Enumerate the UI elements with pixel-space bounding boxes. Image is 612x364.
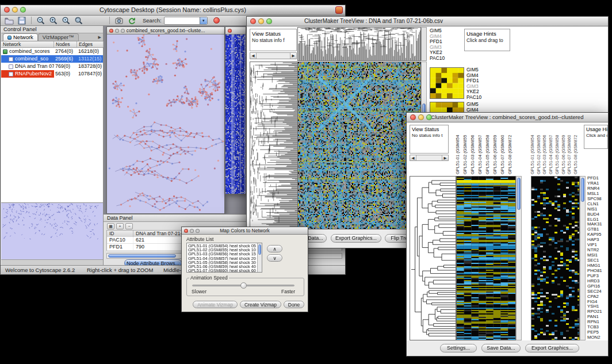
search-combobox[interactable]: ▾ xyxy=(164,17,208,25)
scroll-track[interactable] xyxy=(416,155,442,160)
gene-label[interactable]: PHO81 xyxy=(587,269,609,274)
dialog-titlebar[interactable]: Map Colors to Network xyxy=(182,227,308,235)
array-column-label[interactable]: GPL51-06 (GSM859 xyxy=(492,124,499,174)
network-row[interactable]: combined_scores2764(0)16218(0) xyxy=(1,48,103,55)
network-view-2-titlebar[interactable] xyxy=(225,27,246,35)
network-canvas-2[interactable] xyxy=(225,35,246,194)
network-overview-canvas[interactable] xyxy=(1,203,102,259)
gene-label[interactable]: MON2 xyxy=(587,335,609,340)
gene-label[interactable]: PAC10 xyxy=(430,56,445,62)
create-vizmap-button[interactable]: Create Vizmap xyxy=(240,301,281,308)
secondary-heatmap-canvas[interactable] xyxy=(531,177,579,340)
gene-label[interactable]: PFD1 xyxy=(587,176,609,181)
minimize-button[interactable] xyxy=(190,229,194,233)
attribute-select-icon[interactable]: ▦ xyxy=(107,223,114,229)
tab-network[interactable]: Network xyxy=(3,33,38,41)
slider-thumb[interactable] xyxy=(240,282,247,289)
gene-label[interactable]: TCB3 xyxy=(587,325,609,330)
gene-label[interactable]: PUF3 xyxy=(587,274,609,279)
open-session-icon[interactable] xyxy=(4,16,14,25)
global-hscrollbar[interactable]: ◀ ▶ xyxy=(250,52,297,59)
correlation-matrix-canvas[interactable] xyxy=(430,68,464,98)
close-button[interactable] xyxy=(410,114,416,120)
gene-label[interactable]: NTR2 xyxy=(587,248,609,253)
gene-label[interactable]: RNR4 xyxy=(587,186,609,191)
scroll-right-icon[interactable]: ▶ xyxy=(290,53,296,59)
gene-label[interactable]: NIS1 xyxy=(587,207,609,212)
column-header-network[interactable]: Network xyxy=(1,41,54,47)
gene-label[interactable]: CPA2 xyxy=(587,294,609,300)
secondary-heatmap[interactable] xyxy=(531,176,580,340)
array-column-label[interactable]: GPL51-05 (GSM858 xyxy=(554,124,561,174)
settings-button[interactable]: Settings... xyxy=(440,344,477,352)
minimize-button[interactable] xyxy=(258,18,264,24)
column-header-nodes[interactable]: Nodes xyxy=(54,41,77,47)
column-header-id[interactable]: ID xyxy=(107,231,133,237)
gene-label[interactable]: HRD3 xyxy=(587,279,609,284)
gene-label[interactable]: KAP95 xyxy=(587,232,609,237)
network-row[interactable]: RNAPuberNov2563(0)107847(0) xyxy=(1,70,103,78)
network-view-titlebar[interactable]: combined_scores_good.txt--cluste... xyxy=(107,27,224,35)
attribute-item[interactable]: GPL51-06 (GSM859) heat shock 40 min xyxy=(187,265,257,269)
attribute-list[interactable]: GPL51-01 (GSM854) heat shock 05 minGPL51… xyxy=(186,243,262,273)
column-dendrogram[interactable] xyxy=(297,27,421,61)
heatmap-canvas[interactable] xyxy=(457,177,515,340)
gene-label[interactable]: SPC98 xyxy=(587,197,609,202)
scroll-track[interactable] xyxy=(257,53,290,59)
gene-label[interactable]: PEP5 xyxy=(587,330,609,335)
global-hscrollbar[interactable]: ◀ ▶ xyxy=(410,155,449,161)
snapshot-icon[interactable] xyxy=(114,16,124,25)
attribute-item[interactable]: GPL51-03 (GSM856) heat shock 15 min xyxy=(187,252,257,256)
close-button[interactable] xyxy=(4,7,10,13)
network-canvas[interactable] xyxy=(107,35,224,213)
array-column-label[interactable]: GPL51-03 (GSM856 xyxy=(470,124,477,174)
row-dendrogram-canvas[interactable] xyxy=(410,177,456,340)
column-header-edges[interactable]: Edges xyxy=(77,41,104,47)
gene-label[interactable]: GPI16 xyxy=(587,284,609,289)
animation-speed-slider[interactable] xyxy=(192,285,294,286)
network-row[interactable]: DNA and Tran 07769(0)183728(0) xyxy=(1,63,103,70)
array-column-label[interactable]: GPL51-07 (GSM860 xyxy=(500,124,507,174)
gene-label[interactable]: MSI1 xyxy=(587,253,609,258)
gene-label[interactable]: RPO21 xyxy=(587,309,609,315)
gene-label[interactable]: YSH1 xyxy=(587,304,609,309)
zoom-window-button[interactable] xyxy=(20,7,26,13)
scroll-left-icon[interactable]: ◀ xyxy=(250,53,257,59)
array-column-label[interactable]: GPL51-08 (GSM872 xyxy=(573,124,580,174)
gene-label[interactable]: SEC24 xyxy=(587,289,609,294)
zoom-out-icon[interactable] xyxy=(36,16,46,25)
gene-label[interactable]: RPN1 xyxy=(587,320,609,325)
gene-label[interactable]: ELG1 xyxy=(587,217,609,223)
gene-label[interactable]: PAN1 xyxy=(587,315,609,320)
zoom-window-button[interactable] xyxy=(426,114,432,120)
network-view-window-2[interactable] xyxy=(225,26,246,194)
treeview-dna-titlebar[interactable]: ClusterMaker TreeView : DNA and Tran 07-… xyxy=(247,17,608,26)
close-button[interactable] xyxy=(228,29,232,33)
gene-label[interactable]: MAK31 xyxy=(587,222,609,227)
close-button[interactable] xyxy=(109,29,113,33)
array-column-label[interactable]: GPL51-08 (GSM872 xyxy=(507,124,514,174)
attribute-item[interactable]: GPL51-07 (GSM860) heat shock 60 min xyxy=(187,269,257,272)
gene-label[interactable]: HMG1 xyxy=(587,263,609,269)
network-overview-panel[interactable] xyxy=(1,202,103,259)
zoom-window-button[interactable] xyxy=(266,18,272,24)
row-dendrogram[interactable] xyxy=(250,62,298,229)
heatmap-vscrollbar[interactable] xyxy=(516,176,522,340)
attribute-item[interactable]: GPL51-01 (GSM854) heat shock 05 min xyxy=(187,244,257,248)
export-graphics-button[interactable]: Export Graphics... xyxy=(525,344,579,352)
zoom-in-icon[interactable] xyxy=(48,16,59,25)
array-column-label[interactable]: GPL51-02 (GSM855 xyxy=(462,124,469,174)
gene-label[interactable]: GTB1 xyxy=(587,227,609,232)
attribute-remove-icon[interactable]: − xyxy=(125,223,133,229)
column-dendrogram-canvas[interactable] xyxy=(298,28,420,60)
vscroll-thumb[interactable] xyxy=(258,244,261,255)
network-row[interactable]: combined_sco2569(6)13112(15) xyxy=(1,55,103,63)
gene-label[interactable]: MSL1 xyxy=(587,191,609,197)
minimize-button[interactable] xyxy=(12,7,18,13)
heatmap-canvas[interactable] xyxy=(298,62,420,229)
zoom-fit-content-icon[interactable] xyxy=(74,16,84,25)
zoom-window-button[interactable] xyxy=(196,229,200,233)
save-data-button[interactable]: Save Data... xyxy=(481,344,521,352)
scroll-left-icon[interactable]: ◀ xyxy=(410,155,416,160)
search-dropdown-icon[interactable]: ▾ xyxy=(200,17,207,24)
